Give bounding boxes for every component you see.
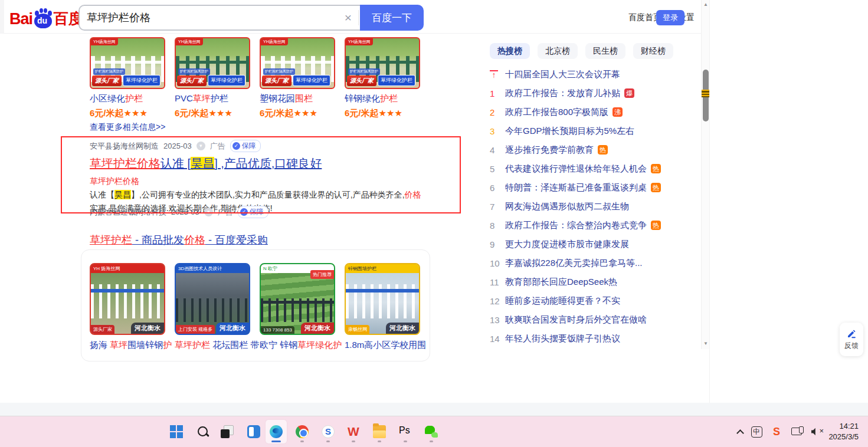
hot-search-item[interactable]: ↑十四届全国人大三次会议开幕 <box>490 65 693 84</box>
product-card[interactable]: YH 扬海丝网源头厂家河北衡水扬海 草坪围墙锌钢护 <box>90 263 165 351</box>
hot-search-item[interactable]: 14年轻人街头摆要饭牌子引热议 <box>490 329 693 348</box>
fence-rail-graphic <box>91 289 164 292</box>
image-badges: 源头厂家草坪绿化护栏 <box>92 75 161 86</box>
ad-date: 2025-03 <box>171 208 199 216</box>
tab-民生榜[interactable]: 民生榜 <box>585 43 625 59</box>
ad-result-title[interactable]: 草坪护栏价格认准 [昊昌] ,产品优质,口碑良好 <box>90 156 322 172</box>
cast-tray-button[interactable] <box>790 425 806 439</box>
clear-search-icon[interactable]: × <box>338 11 358 25</box>
feedback-button[interactable]: 反馈 <box>840 323 863 356</box>
edge-taskbar-button[interactable] <box>266 420 287 443</box>
task-view-taskbar-button[interactable] <box>217 420 238 443</box>
product-title[interactable]: 扬海 草坪围墙锌钢护 <box>90 340 165 351</box>
hot-item-text: 特朗普：泽连斯基已准备重返谈判桌 <box>505 182 647 193</box>
ime-tray-button[interactable]: 中 <box>748 425 765 439</box>
search-taskbar-button[interactable] <box>192 420 214 443</box>
protect-badge[interactable]: ✓ 保障 <box>230 140 261 152</box>
product-card[interactable]: YH扬海丝网护栏围栏隔离防护源头厂家草坪绿化护栏塑钢花园围栏6元/米起★★★ <box>260 37 335 119</box>
hot-search-item[interactable]: 13耿爽联合国发言时身后外交官在做啥 <box>490 310 693 329</box>
product-image[interactable]: YH扬海丝网护栏围栏隔离防护源头厂家草坪绿化护栏 <box>90 37 165 89</box>
login-button[interactable]: 登录 <box>656 10 684 25</box>
tab-北京榜[interactable]: 北京榜 <box>538 43 578 59</box>
hot-search-item[interactable]: 3今年GDP增长预期目标为5%左右 <box>490 121 693 140</box>
taskbar-clock[interactable]: 14:21 2025/3/5 <box>828 421 859 442</box>
product-image[interactable]: 3D画图技术人员设计上门安装 规格多河北衡水 <box>175 263 250 335</box>
chevron-down-icon[interactable]: ▾ <box>204 208 213 216</box>
protect-badge[interactable]: ✓ 保障 <box>238 206 268 218</box>
product-image[interactable]: 锌钢围墙护栏康畅丝网河北衡水 <box>345 263 420 335</box>
hot-item-text: 十四届全国人大三次会议开幕 <box>505 69 620 80</box>
photoshop-taskbar-button[interactable]: Ps <box>395 420 416 443</box>
aicaigou-result-title[interactable]: 草坪护栏 - 商品批发价格 - 百度爱采购 <box>90 233 268 247</box>
text-segment: 草坪护栏 <box>90 234 132 246</box>
product-title[interactable]: 塑钢花园围栏 <box>260 93 335 104</box>
tab-财经榜[interactable]: 财经榜 <box>633 43 673 59</box>
hot-item-text: 李嘉诚拟228亿美元卖掉巴拿马等... <box>505 258 643 269</box>
text-segment: 护栏 <box>380 93 398 103</box>
source-factory-badge: 源头厂家 <box>347 75 376 86</box>
image-badges: 源头厂家草坪绿化护栏 <box>177 75 245 86</box>
product-card[interactable]: 3D画图技术人员设计上门安装 规格多河北衡水草坪护栏 花坛围栏 带 <box>175 263 250 351</box>
product-image[interactable]: YH 扬海丝网源头厂家河北衡水 <box>90 263 165 335</box>
product-title[interactable]: 欧宁 锌钢草坪绿化护 <box>260 340 335 351</box>
product-title[interactable]: PVC草坪护栏 <box>175 93 250 104</box>
start-taskbar-button[interactable] <box>166 420 187 443</box>
search-button[interactable]: 百度一下 <box>360 5 424 31</box>
hot-search-item[interactable]: 7网友海边偶遇形似敖丙二叔生物 <box>490 197 693 216</box>
wps-taskbar-button[interactable]: W <box>343 420 364 443</box>
mute-tray-button[interactable] <box>810 425 826 439</box>
category-badge: 草坪绿化护栏 <box>208 75 245 86</box>
product-image[interactable]: N 欧宁热门推荐133 7308 853河北衡水 <box>260 263 335 335</box>
scroll-down-icon[interactable]: ▼ <box>702 341 710 346</box>
hot-search-item[interactable]: 1政府工作报告：发放育儿补贴爆 <box>490 84 693 103</box>
hot-search-item[interactable]: 4逐步推行免费学前教育热 <box>490 140 693 159</box>
product-image[interactable]: YH扬海丝网护栏围栏隔离防护源头厂家草坪绿化护栏 <box>175 37 250 89</box>
file-explorer-taskbar-button[interactable] <box>369 420 390 443</box>
sogou-tray-tray-button[interactable]: S <box>768 425 785 439</box>
product-image[interactable]: YH扬海丝网护栏围栏隔离防护源头厂家草坪绿化护栏 <box>260 37 335 89</box>
search-input[interactable] <box>80 12 338 24</box>
ad-source-name: 安平县扬海丝网制造 <box>90 141 159 152</box>
text-segment: 昊昌 <box>114 190 131 199</box>
baidu-logo[interactable]: Bai du 百度 <box>9 7 83 28</box>
region-badge: 河北衡水 <box>301 323 334 334</box>
search-box[interactable]: × <box>78 5 360 31</box>
hot-rank: 3 <box>490 126 505 136</box>
hot-rank: 8 <box>490 221 505 231</box>
chevron-down-icon[interactable]: ▾ <box>196 142 205 150</box>
hot-search-item[interactable]: 11教育部部长回应DeepSeek热 <box>490 272 693 291</box>
tab-热搜榜[interactable]: 热搜榜 <box>490 43 530 59</box>
file-explorer-icon <box>373 425 386 438</box>
product-title[interactable]: 草坪护栏 花坛围栏 带 <box>175 340 250 351</box>
scroll-up-icon[interactable]: ▲ <box>702 2 710 7</box>
hot-search-item[interactable]: 5代表建议推行弹性退休给年轻人机会热 <box>490 159 693 178</box>
chrome-taskbar-button[interactable] <box>291 420 313 443</box>
more-results-link[interactable]: 查看更多相关信息>> <box>90 122 165 133</box>
product-card[interactable]: YH扬海丝网护栏围栏隔离防护源头厂家草坪绿化护栏PVC草坪护栏6元/米起★★★ <box>175 37 250 119</box>
hot-search-item[interactable]: 10李嘉诚拟228亿美元卖掉巴拿马等... <box>490 254 693 272</box>
chrome-icon <box>296 425 309 438</box>
product-card[interactable]: YH扬海丝网护栏围栏隔离防护源头厂家草坪绿化护栏锌钢绿化护栏6元/米起★★★ <box>345 37 420 119</box>
product-image[interactable]: YH扬海丝网护栏围栏隔离防护源头厂家草坪绿化护栏 <box>345 37 420 89</box>
hot-search-item[interactable]: 8政府工作报告：综合整治内卷式竞争热 <box>490 216 693 235</box>
hot-search-item[interactable]: 2政府工作报告800字极简版沸 <box>490 103 693 121</box>
hot-search-item[interactable]: 6特朗普：泽连斯基已准备重返谈判桌热 <box>490 178 693 197</box>
product-card[interactable]: YH扬海丝网护栏围栏隔离防护源头厂家草坪绿化护栏小区绿化护栏6元/米起★★★ <box>90 37 165 119</box>
product-title[interactable]: 小区绿化护栏 <box>90 93 165 104</box>
hot-search-item[interactable]: 9更大力度促进楼市股市健康发展 <box>490 235 693 254</box>
tray-chevron-tray-button[interactable] <box>732 425 748 439</box>
product-card[interactable]: 锌钢围墙护栏康畅丝网河北衡水1.8m高小区学校用围 <box>345 263 420 351</box>
hot-recommend-badge: 热门推荐 <box>310 270 334 279</box>
page-scrollbar[interactable]: ▲ ▼ <box>701 0 709 349</box>
product-title[interactable]: 1.8m高小区学校用围 <box>345 340 420 351</box>
wechat-taskbar-button[interactable] <box>421 420 442 443</box>
region-badge: 河北衡水 <box>386 323 419 334</box>
hot-search-item[interactable]: 12睡前多运动能睡得更香？不实 <box>490 291 693 310</box>
search-divider <box>358 10 359 25</box>
product-card[interactable]: N 欧宁热门推荐133 7308 853河北衡水欧宁 锌钢草坪绿化护 <box>260 263 335 351</box>
sogou-browser-taskbar-button[interactable]: S <box>317 420 339 443</box>
search-icon <box>196 425 209 438</box>
fence-rail-graphic <box>91 61 164 64</box>
product-title[interactable]: 锌钢绿化护栏 <box>345 93 420 104</box>
widgets-taskbar-button[interactable] <box>243 420 264 443</box>
